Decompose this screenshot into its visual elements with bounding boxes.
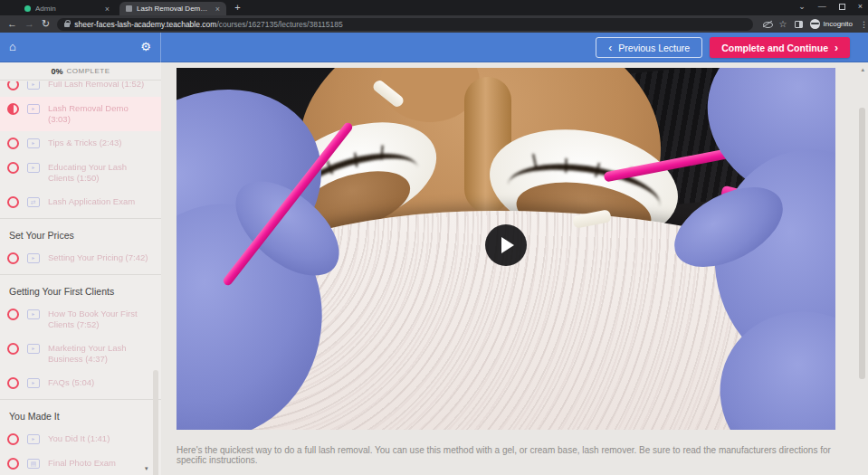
- previous-lecture-label: Previous Lecture: [618, 43, 690, 53]
- browser-menu-icon[interactable]: ⋮: [860, 20, 868, 29]
- lecture-main: Here's the quickest way to do a full las…: [161, 62, 868, 475]
- lecture-item-lash-application-exam[interactable]: ⇄ Lash Application Exam: [0, 190, 161, 214]
- section-divider: [0, 274, 161, 275]
- address-bar[interactable]: sheer-faces-lash-academy.teachable.com/c…: [57, 18, 752, 31]
- progress-circle-icon: [7, 162, 19, 174]
- page-scrollbar[interactable]: [859, 64, 865, 473]
- eye-off-icon[interactable]: [762, 20, 772, 28]
- section-title-you-made-it: You Made It: [0, 404, 161, 427]
- header-buttons: ‹ Previous Lecture Complete and Continue…: [596, 37, 850, 58]
- section-title-first-clients: Getting Your First Clients: [0, 279, 161, 302]
- curriculum-sidebar: 0% COMPLETE ▸ Full Lash Removal (1:52) ▸…: [0, 62, 161, 475]
- lecture-item-book-first-clients[interactable]: ▸ How To Book Your First Clients (7:52): [0, 302, 161, 337]
- course-progress: 0% COMPLETE: [0, 62, 161, 81]
- lecture-item-you-did-it[interactable]: ▸ You Did It (1:41): [0, 427, 161, 451]
- course-header: ⌂ ⚙ ‹ Previous Lecture Complete and Cont…: [0, 33, 868, 62]
- scroll-up-arrow-icon[interactable]: ▴: [861, 66, 864, 73]
- side-panel-icon[interactable]: [795, 21, 803, 28]
- previous-lecture-button[interactable]: ‹ Previous Lecture: [596, 37, 702, 58]
- lecture-label: You Did It (1:41): [48, 433, 110, 444]
- complete-continue-label: Complete and Continue: [721, 43, 828, 53]
- tab-search-icon[interactable]: ⌄: [798, 1, 806, 13]
- new-tab-button[interactable]: +: [232, 2, 243, 14]
- admin-favicon: [24, 5, 31, 12]
- progress-circle-icon: [7, 196, 19, 208]
- close-window-button[interactable]: ×: [858, 1, 863, 13]
- lecture-favicon: [126, 5, 132, 12]
- back-icon[interactable]: ←: [7, 16, 17, 32]
- lecture-label: Tips & Tricks (2:43): [48, 138, 121, 148]
- minimize-button[interactable]: —: [818, 1, 826, 13]
- play-button[interactable]: [485, 224, 527, 266]
- lecture-item-setting-your-pricing[interactable]: ▸ Setting Your Pricing (7:42): [0, 246, 161, 271]
- home-icon[interactable]: ⌂: [9, 41, 22, 53]
- page-scrollbar-thumb[interactable]: [859, 108, 865, 379]
- lecture-label: Marketing Your Lash Business (4:37): [48, 343, 148, 365]
- browser-toolbar: ← → ↻ sheer-faces-lash-academy.teachable…: [0, 15, 868, 33]
- video-lecture-icon: ▸: [27, 309, 40, 319]
- lecture-label: Educating Your Lash Clients (1:50): [48, 162, 148, 184]
- maximize-button[interactable]: [839, 4, 845, 10]
- lecture-label: Full Lash Removal (1:52): [48, 81, 144, 90]
- progress-circle-icon: [7, 343, 19, 355]
- scroll-down-arrow-icon[interactable]: ▾: [145, 465, 148, 472]
- progress-label: COMPLETE: [67, 67, 110, 75]
- window-controls: ⌄ — ×: [798, 1, 863, 13]
- lecture-item-tips-tricks[interactable]: ▸ Tips & Tricks (2:43): [0, 131, 161, 156]
- curriculum-scroll-area[interactable]: ▸ Full Lash Removal (1:52) ▸ Lash Remova…: [0, 81, 161, 475]
- lecture-item-faqs[interactable]: ▸ FAQs (5:04): [0, 371, 161, 395]
- progress-half-circle-icon: [7, 103, 19, 115]
- url-text: sheer-faces-lash-academy.teachable.com/c…: [74, 20, 342, 29]
- gear-icon[interactable]: ⚙: [140, 40, 151, 54]
- forward-icon[interactable]: →: [24, 16, 34, 32]
- complete-continue-button[interactable]: Complete and Continue ›: [710, 37, 850, 58]
- progress-circle-icon: [7, 458, 19, 470]
- lecture-item-full-lash-removal[interactable]: ▸ Full Lash Removal (1:52): [0, 81, 161, 97]
- quiz-sliders-icon: ⇄: [27, 197, 40, 207]
- lecture-label: FAQs (5:04): [48, 377, 94, 388]
- video-lecture-icon: ▸: [27, 138, 40, 148]
- video-player[interactable]: [176, 68, 835, 430]
- lecture-item-lash-removal-demo[interactable]: ▸ Lash Removal Demo (3:03): [0, 97, 161, 131]
- section-title-set-your-prices: Set Your Prices: [0, 223, 161, 246]
- lecture-label: Final Photo Exam: [48, 458, 116, 469]
- progress-circle-icon: [7, 309, 19, 320]
- incognito-badge: Incognito: [810, 19, 853, 29]
- bookmark-star-icon[interactable]: ☆: [779, 19, 787, 29]
- video-lecture-icon: ▸: [27, 104, 40, 114]
- incognito-label: Incognito: [824, 20, 853, 28]
- browser-tab-strip: Admin × Lash Removal Demo | Sheer Fac × …: [0, 0, 868, 15]
- browser-tab-admin[interactable]: Admin ×: [18, 2, 116, 15]
- progress-circle-icon: [7, 377, 19, 389]
- browser-tab-lecture[interactable]: Lash Removal Demo | Sheer Fac ×: [119, 2, 226, 15]
- video-lecture-icon: ▸: [27, 163, 40, 173]
- lecture-label: Lash Removal Demo (3:03): [48, 103, 148, 125]
- lecture-label: How To Book Your First Clients (7:52): [48, 309, 148, 330]
- screen: Admin × Lash Removal Demo | Sheer Fac × …: [0, 0, 868, 475]
- tab-close-icon[interactable]: ×: [105, 5, 110, 14]
- chevron-left-icon: ‹: [608, 43, 612, 52]
- section-divider: [0, 218, 161, 219]
- lecture-item-final-photo-exam[interactable]: ▤ Final Photo Exam: [0, 451, 161, 475]
- tab-close-icon[interactable]: ×: [215, 5, 220, 14]
- lecture-label: Lash Application Exam: [48, 196, 135, 207]
- lecture-item-educating-clients[interactable]: ▸ Educating Your Lash Clients (1:50): [0, 156, 161, 190]
- progress-circle-icon: [7, 252, 19, 264]
- lecture-label: Setting Your Pricing (7:42): [48, 252, 148, 263]
- video-lecture-icon: ▸: [27, 81, 40, 90]
- incognito-icon: [810, 19, 820, 29]
- progress-circle-icon: [7, 81, 19, 90]
- url-domain: sheer-faces-lash-academy.teachable.com: [74, 20, 216, 29]
- sidebar-scrollbar[interactable]: [153, 271, 158, 448]
- url-path: /courses/1627135/lectures/38115185: [216, 20, 342, 29]
- tab-title: Lash Removal Demo | Sheer Fac: [137, 5, 211, 13]
- progress-circle-icon: [7, 138, 19, 149]
- lecture-item-marketing-lash-business[interactable]: ▸ Marketing Your Lash Business (4:37): [0, 337, 161, 371]
- tab-title: Admin: [35, 5, 100, 13]
- progress-circle-icon: [7, 433, 19, 445]
- document-icon: ▤: [27, 459, 40, 469]
- section-divider: [0, 399, 161, 400]
- sidebar-scrollbar-thumb[interactable]: [153, 370, 158, 475]
- lock-icon: [64, 23, 70, 27]
- reload-icon[interactable]: ↻: [42, 16, 50, 32]
